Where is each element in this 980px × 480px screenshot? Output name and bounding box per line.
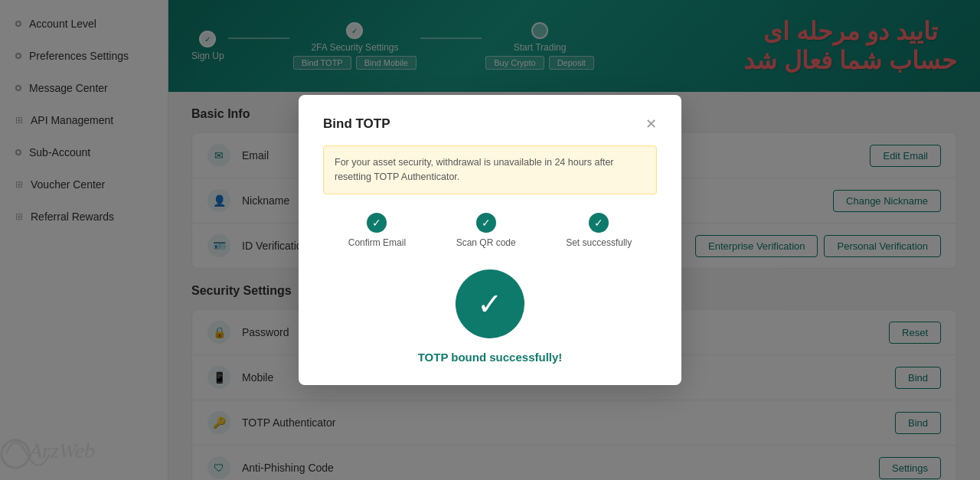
step2-label: Scan QR code [456,237,516,248]
modal-title: Bind TOTP [323,116,390,132]
modal-step-2: ✓ Scan QR code [456,213,516,248]
step1-label: Confirm Email [348,237,406,248]
modal-step-3: ✓ Set successfully [566,213,632,248]
modal-steps: ✓ Confirm Email ✓ Scan QR code ✓ Set suc… [323,213,657,248]
modal-overlay[interactable]: Bind TOTP ✕ For your asset security, wit… [0,0,980,480]
modal-warning: For your asset security, withdrawal is u… [323,145,657,194]
step3-label: Set successfully [566,237,632,248]
bind-totp-modal: Bind TOTP ✕ For your asset security, wit… [299,95,681,385]
modal-header: Bind TOTP ✕ [323,116,657,132]
success-circle-icon: ✓ [456,269,524,338]
step3-check-icon: ✓ [589,213,609,233]
modal-step-1: ✓ Confirm Email [348,213,406,248]
step2-check-icon: ✓ [476,213,496,233]
modal-close-button[interactable]: ✕ [645,117,657,131]
success-message: TOTP bound successfully! [323,351,657,364]
step1-check-icon: ✓ [367,213,387,233]
